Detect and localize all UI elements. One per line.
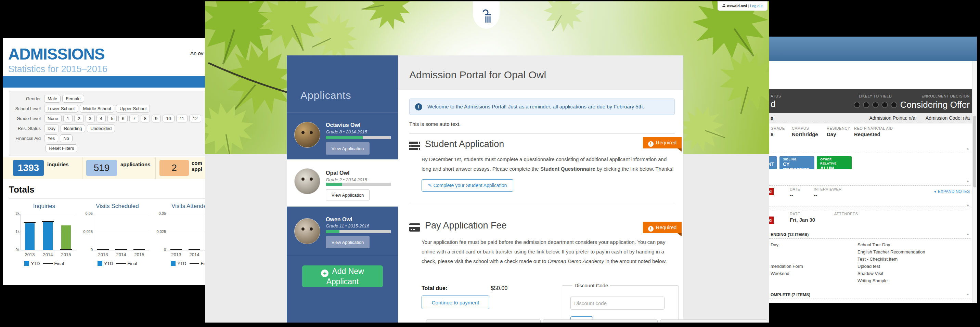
- chart-inquiries: Inquiries2k1k0k201320142015YTDFinal: [9, 203, 80, 278]
- chart-title: Inquiries: [9, 203, 80, 210]
- discount-code-input[interactable]: [570, 297, 665, 310]
- field-label: RESIDENCY: [827, 126, 850, 130]
- y-tick: 0.05: [82, 211, 93, 216]
- footer-panel: [660, 319, 767, 322]
- pending-item: Upload test: [858, 263, 967, 270]
- footer-panel: [426, 319, 541, 322]
- logout-link[interactable]: Log out: [750, 4, 763, 8]
- filter-button-9[interactable]: 9: [151, 114, 161, 122]
- filter-button-4[interactable]: 4: [97, 114, 106, 122]
- user-menu[interactable]: oswald.owl|Log out: [718, 2, 767, 11]
- y-tick: 0: [155, 248, 166, 252]
- x-tick: 2013: [22, 252, 37, 257]
- filter-button-upper-school[interactable]: Upper School: [116, 105, 150, 113]
- filter-button-lower-school[interactable]: Lower School: [44, 105, 78, 113]
- y-tick: 1k: [8, 230, 19, 233]
- auto-text: This is some auto text.: [409, 121, 461, 127]
- collapse-icon[interactable]: ▲: [966, 232, 969, 236]
- filter-button-8[interactable]: 8: [141, 114, 150, 122]
- field-label: GRADE: [771, 126, 785, 130]
- pending-item: Writing Sample: [858, 277, 967, 284]
- final-marker-2013: [24, 222, 36, 223]
- applicant-avatar: [294, 168, 320, 194]
- field-value: Requested: [854, 131, 880, 137]
- desktop-canvas: { "admissions_window": { "title": "ADMIS…: [0, 0, 980, 327]
- continue-to-payment-button[interactable]: Continue to payment: [422, 295, 489, 309]
- filter-button-1[interactable]: 1: [63, 114, 73, 122]
- field-value: Day: [827, 131, 836, 137]
- scrollbar-thumb[interactable]: [973, 116, 976, 187]
- applicant-avatar: [294, 218, 320, 244]
- username: oswald.owl: [727, 4, 747, 8]
- totals-heading: Totals: [9, 184, 35, 195]
- view-application-button[interactable]: View Application: [326, 142, 369, 155]
- chart-legend: YTDFinal: [155, 261, 205, 266]
- reset-filters-button[interactable]: Reset Filters: [46, 144, 77, 152]
- collapse-icon[interactable]: ▲: [966, 203, 969, 206]
- collapse-icon[interactable]: ▲: [966, 179, 969, 183]
- x-tick: 2014: [114, 252, 129, 257]
- collapse-icon[interactable]: ▲: [966, 292, 969, 296]
- filter-button-7[interactable]: 7: [129, 114, 138, 122]
- filter-button-none[interactable]: None: [44, 114, 62, 122]
- filter-button-yes[interactable]: Yes: [44, 135, 58, 142]
- filter-button-no[interactable]: No: [60, 135, 73, 142]
- discount-code-fieldset: Discount Code: [562, 283, 679, 322]
- bar-2013: [25, 223, 35, 250]
- sidebar-heading: Applicants: [301, 90, 351, 101]
- filter-button-10[interactable]: 10: [162, 114, 174, 122]
- filter-button-day[interactable]: Day: [44, 124, 59, 132]
- person-icon: [722, 4, 725, 7]
- yield-dot: [891, 102, 897, 108]
- filter-button-11[interactable]: 11: [176, 114, 188, 122]
- final-marker-2015: [60, 249, 72, 250]
- filter-rows: GenderMaleFemaleSchool LevelLower School…: [9, 95, 205, 144]
- pending-list-right: School Tour DayEnglish Teacher Recommend…: [858, 241, 967, 284]
- filter-label: Financial Aid: [9, 136, 41, 141]
- x-tick: 2014: [187, 252, 202, 257]
- filter-button-2[interactable]: 2: [74, 114, 83, 122]
- filter-button-male[interactable]: Male: [44, 95, 60, 103]
- collapse-icon[interactable]: ▲: [966, 117, 969, 120]
- filter-button-undecided[interactable]: Undecided: [87, 124, 115, 132]
- pending-item-fragment: Day: [771, 241, 778, 248]
- yield-dot: [863, 102, 869, 108]
- chart-visits-attended: Visits Attended0.050.0250201320142015YTD…: [155, 203, 205, 278]
- applicant-name: Owen Owl: [326, 216, 352, 223]
- credit-card-icon: [409, 223, 420, 232]
- pending-item: Shadow Visit: [858, 270, 967, 277]
- detail-header-bar: [769, 37, 977, 61]
- complete-student-application-button[interactable]: ✎ Complete your Student Application: [422, 179, 513, 192]
- view-application-button[interactable]: View Application: [326, 189, 369, 200]
- pending-item: English Teacher Recommendation: [858, 248, 967, 256]
- completed-count: 2: [159, 160, 189, 176]
- complete-header-fragment: OMPLETE (7 ITEMS): [771, 292, 810, 297]
- scrollbar[interactable]: [972, 61, 977, 303]
- collapse-icon[interactable]: ▲: [966, 147, 969, 150]
- expand-notes-link[interactable]: ▼ EXPAND NOTES: [934, 189, 970, 194]
- filter-button-boarding[interactable]: Boarding: [60, 124, 85, 132]
- final-line-swatch: [43, 263, 53, 264]
- bar-2014: [43, 222, 53, 250]
- filter-button-female[interactable]: Female: [62, 95, 84, 103]
- add-new-applicant-button[interactable]: +Add New Applicant: [302, 265, 383, 287]
- view-application-button[interactable]: View Application: [326, 236, 369, 248]
- final-marker-2014: [115, 249, 127, 250]
- filter-button-middle-school[interactable]: Middle School: [80, 105, 115, 113]
- caret-down-icon: ▼: [934, 190, 937, 194]
- admissions-stats-window: ADMISSIONS Statistics for 2015–2016 An o…: [3, 38, 205, 285]
- pay-application-fee-title: Pay Application Fee: [425, 220, 507, 231]
- student-application-body: By December 1st, students must complete …: [422, 155, 676, 174]
- final-marker-2015: [134, 249, 145, 250]
- filter-label: Gender: [9, 96, 41, 101]
- x-tick: 2013: [95, 252, 111, 257]
- school-logo: [473, 2, 500, 29]
- bar-2015: [61, 225, 71, 250]
- filter-button-3[interactable]: 3: [86, 114, 95, 122]
- enrollment-decision-label: ENROLLMENT DECISION: [921, 94, 970, 98]
- filter-button-6[interactable]: 6: [118, 114, 127, 122]
- filter-button-12[interactable]: 12: [189, 114, 201, 122]
- completed-label-line2: appl: [192, 166, 202, 172]
- filter-button-5[interactable]: 5: [107, 114, 117, 122]
- leaf-icon: [355, 2, 418, 37]
